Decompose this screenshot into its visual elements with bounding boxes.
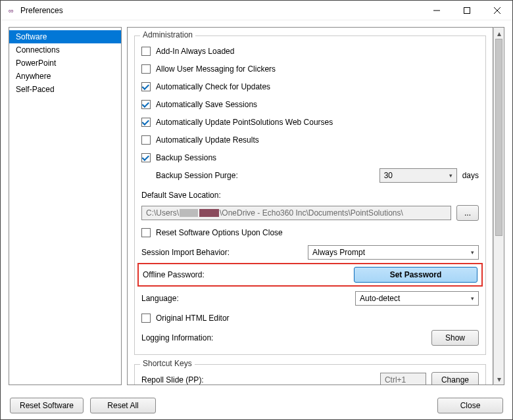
backup-sessions-label: Backup Sessions: [156, 153, 216, 162]
redacted-segment: [180, 209, 198, 217]
default-save-label: Default Save Location:: [141, 191, 221, 200]
auto-update-check-checkbox[interactable]: [141, 82, 151, 91]
auto-save-sessions-label: Automatically Save Sessions: [156, 100, 257, 109]
set-password-button[interactable]: Set Password: [354, 267, 477, 283]
offline-password-label: Offline Password:: [143, 270, 205, 279]
sidebar-item-connections[interactable]: Connections: [9, 43, 121, 57]
titlebar: ∞ Preferences: [1, 1, 512, 20]
browse-label: ...: [464, 208, 471, 218]
group-title: Shortcut Keys: [140, 359, 195, 368]
repoll-value: Ctrl+1: [385, 375, 406, 385]
auto-update-check-label: Automatically Check for Updates: [156, 82, 270, 91]
group-title: Administration: [140, 30, 195, 39]
import-behavior-select[interactable]: Always Prompt ▾: [308, 245, 479, 260]
reset-all-button[interactable]: Reset All: [90, 398, 156, 413]
chevron-down-icon: ▾: [471, 295, 474, 302]
show-label: Show: [445, 333, 465, 342]
close-label: Close: [460, 401, 481, 410]
sidebar-item-label: Self-Paced: [16, 85, 55, 94]
scroll-thumb[interactable]: [495, 39, 502, 236]
auto-update-results-label: Automatically Update Results: [156, 135, 259, 145]
auto-update-results-checkbox[interactable]: [141, 135, 151, 145]
reset-software-button[interactable]: Reset Software: [10, 398, 84, 413]
redacted-segment: [199, 209, 219, 217]
sidebar-item-label: Connections: [16, 45, 60, 55]
administration-group: Administration Add-In Always Loaded Allo…: [134, 35, 486, 355]
scroll-up-arrow-icon[interactable]: ▴: [494, 28, 504, 39]
language-value: Auto-detect: [360, 294, 400, 303]
reset-on-close-label: Reset Software Options Upon Close: [156, 228, 283, 237]
sidebar-item-label: Software: [16, 32, 47, 41]
sidebar-item-anywhere[interactable]: Anywhere: [9, 70, 121, 83]
allow-user-msg-checkbox[interactable]: [141, 64, 151, 74]
chevron-down-icon: ▾: [449, 172, 452, 179]
path-suffix: \OneDrive - Echo360 Inc\Documents\PointS…: [220, 208, 403, 218]
allow-user-msg-label: Allow User Messaging for Clickers: [156, 64, 276, 74]
svg-rect-1: [464, 7, 470, 13]
backup-purge-unit: days: [462, 171, 479, 180]
sidebar-item-powerpoint[interactable]: PowerPoint: [9, 57, 121, 70]
language-label: Language:: [141, 294, 179, 303]
sidebar-item-software[interactable]: Software: [9, 30, 121, 43]
auto-update-web-label: Automatically Update PointSolutions Web …: [156, 118, 333, 127]
default-save-path-field[interactable]: C:\Users\ \OneDrive - Echo360 Inc\Docume…: [141, 206, 451, 220]
app-icon: ∞: [6, 5, 16, 16]
change-shortcut-button[interactable]: Change: [431, 372, 479, 385]
original-html-label: Original HTML Editor: [156, 314, 230, 323]
set-password-label: Set Password: [390, 270, 442, 279]
window-title: Preferences: [20, 6, 63, 15]
repoll-shortcut-field[interactable]: Ctrl+1: [380, 373, 426, 385]
dialog-footer: Reset Software Reset All Close: [1, 392, 512, 419]
backup-purge-label: Backup Session Purge:: [156, 171, 238, 180]
show-logging-button[interactable]: Show: [431, 330, 479, 346]
auto-update-web-checkbox[interactable]: [141, 118, 151, 127]
reset-all-label: Reset All: [107, 401, 138, 410]
original-html-checkbox[interactable]: [141, 314, 151, 323]
browse-button[interactable]: ...: [456, 205, 479, 221]
close-window-button[interactable]: [482, 1, 512, 20]
close-button[interactable]: Close: [437, 398, 503, 413]
reset-software-label: Reset Software: [20, 401, 74, 410]
auto-save-sessions-checkbox[interactable]: [141, 100, 151, 109]
backup-purge-value: 30: [384, 171, 393, 180]
minimize-button[interactable]: [422, 1, 452, 20]
sidebar-item-label: PowerPoint: [16, 58, 56, 68]
shortcut-keys-group: Shortcut Keys Repoll Slide (PP): Ctrl+1 …: [134, 364, 486, 385]
vertical-scrollbar[interactable]: ▴ ▾: [493, 27, 504, 385]
backup-sessions-checkbox[interactable]: [141, 153, 151, 162]
category-sidebar: Software Connections PowerPoint Anywhere…: [9, 27, 122, 385]
change-label: Change: [441, 375, 469, 385]
repoll-label: Repoll Slide (PP):: [141, 375, 204, 385]
reset-on-close-checkbox[interactable]: [141, 228, 151, 237]
offline-password-row: Offline Password: Set Password: [137, 263, 483, 287]
sidebar-item-label: Anywhere: [16, 72, 51, 81]
path-prefix: C:\Users\: [146, 208, 179, 218]
chevron-down-icon: ▾: [471, 249, 474, 256]
logging-info-label: Logging Information:: [141, 333, 213, 342]
sidebar-item-self-paced[interactable]: Self-Paced: [9, 83, 121, 96]
addin-loaded-label: Add-In Always Loaded: [156, 47, 234, 56]
addin-loaded-checkbox[interactable]: [141, 47, 151, 56]
import-behavior-label: Session Import Behavior:: [141, 248, 230, 257]
language-select[interactable]: Auto-detect ▾: [355, 291, 479, 306]
scroll-down-arrow-icon[interactable]: ▾: [494, 373, 504, 385]
import-behavior-value: Always Prompt: [312, 248, 365, 257]
backup-purge-select[interactable]: 30 ▾: [379, 168, 457, 183]
settings-panel: Administration Add-In Always Loaded Allo…: [127, 27, 493, 385]
maximize-button[interactable]: [452, 1, 482, 20]
